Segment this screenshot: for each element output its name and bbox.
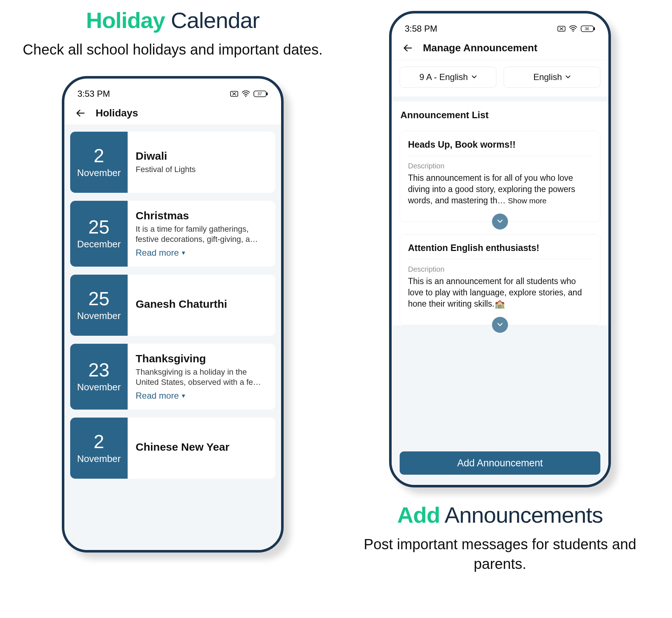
title-accent: Holiday	[86, 8, 165, 33]
svg-rect-3	[267, 92, 268, 95]
chevron-down-icon	[497, 219, 503, 224]
svg-point-6	[572, 31, 573, 32]
holiday-day: 25	[88, 289, 109, 308]
description-label: Description	[408, 265, 592, 274]
status-bar: 3:53 PM 37	[64, 87, 281, 101]
holiday-screen-body: 2NovemberDiwaliFestival of Lights25Decem…	[64, 125, 281, 550]
holiday-title: Christmas	[136, 210, 267, 222]
battery-icon: 36	[581, 25, 595, 32]
announcement-card[interactable]: Heads Up, Book worms!!DescriptionThis an…	[400, 131, 600, 222]
chevron-down-icon: ▾	[182, 392, 185, 400]
arrow-left-icon	[403, 43, 413, 53]
holiday-title: Ganesh Chaturthi	[136, 298, 267, 310]
announcement-list-header: Announcement List	[392, 101, 608, 124]
holiday-card[interactable]: 2NovemberChinese New Year	[70, 418, 275, 479]
announcement-section-subtitle: Post important messages for students and…	[349, 534, 651, 574]
announcement-card[interactable]: Attention English enthusiasts!Descriptio…	[400, 234, 600, 325]
holiday-month: November	[77, 382, 121, 393]
filter-row: 9 A - English English	[392, 60, 608, 96]
holiday-body: ChristmasIt is a time for family gatheri…	[128, 201, 275, 267]
holiday-title: Thanksgiving	[136, 352, 267, 365]
holiday-list[interactable]: 2NovemberDiwaliFestival of Lights25Decem…	[64, 125, 281, 485]
holiday-body: Chinese New Year	[128, 418, 275, 479]
expand-button[interactable]	[492, 317, 508, 333]
battery-icon: 37	[253, 91, 268, 97]
holiday-card[interactable]: 25DecemberChristmasIt is a time for fami…	[70, 201, 275, 267]
holiday-card[interactable]: 2NovemberDiwaliFestival of Lights	[70, 132, 275, 193]
status-icons: 37	[230, 91, 268, 97]
status-bar: 3:58 PM 36	[392, 21, 608, 36]
chevron-down-icon	[472, 75, 477, 79]
read-more-link[interactable]: Read more ▾	[136, 391, 267, 401]
phone-announcements: 3:58 PM 36 Manage Announcement 9 A - Eng…	[389, 11, 611, 487]
svg-text:36: 36	[585, 27, 589, 31]
holiday-month: November	[77, 167, 121, 179]
chevron-down-icon	[497, 323, 503, 327]
holiday-date-tile: 25November	[70, 275, 128, 336]
announcement-description: This is an announcement for all students…	[408, 276, 592, 310]
svg-rect-8	[594, 27, 595, 30]
holiday-date-tile: 25December	[70, 201, 128, 267]
holiday-body: ThanksgivingThanksgiving is a holiday in…	[128, 344, 275, 410]
holiday-section-subtitle: Check all school holidays and important …	[22, 40, 324, 59]
screen-header: Manage Announcement	[392, 36, 608, 60]
holiday-date-tile: 2November	[70, 418, 128, 479]
sim-off-icon	[230, 91, 238, 97]
add-announcement-button[interactable]: Add Announcement	[400, 451, 600, 475]
holiday-date-tile: 2November	[70, 132, 128, 193]
holiday-title: Chinese New Year	[136, 441, 267, 453]
description-label: Description	[408, 162, 592, 170]
language-filter-dropdown[interactable]: English	[504, 67, 600, 88]
announcement-list[interactable]: Heads Up, Book worms!!DescriptionThis an…	[392, 131, 608, 325]
svg-point-1	[245, 96, 246, 97]
wifi-icon	[242, 91, 250, 97]
holiday-title: Diwali	[136, 150, 267, 162]
phone-holidays: 3:53 PM 37 Holidays 2NovemberDiwaliFesti…	[62, 76, 284, 553]
read-more-link[interactable]: Read more ▾	[136, 248, 267, 258]
back-button[interactable]	[402, 42, 414, 54]
holiday-date-tile: 23November	[70, 344, 128, 410]
announcement-section: 3:58 PM 36 Manage Announcement 9 A - Eng…	[349, 11, 651, 574]
announcement-title: Heads Up, Book worms!!	[408, 139, 592, 156]
expand-button[interactable]	[492, 214, 508, 230]
holiday-month: November	[77, 310, 121, 322]
show-more-link[interactable]: Show more	[508, 196, 547, 205]
title-accent: Add	[397, 502, 440, 527]
sim-off-icon	[557, 26, 565, 32]
back-button[interactable]	[75, 107, 87, 119]
holiday-month: November	[77, 453, 121, 465]
status-time: 3:58 PM	[405, 24, 437, 34]
wifi-icon	[569, 25, 577, 32]
holiday-day: 25	[88, 218, 109, 236]
chevron-down-icon: ▾	[182, 249, 185, 257]
holiday-section-title: Holiday Calendar	[22, 7, 324, 33]
status-time: 3:53 PM	[77, 89, 110, 99]
holiday-day: 2	[94, 146, 104, 165]
holiday-month: December	[77, 239, 121, 250]
language-filter-label: English	[533, 72, 562, 82]
screen-title: Manage Announcement	[423, 42, 537, 54]
announcement-screen-body: Announcement List Heads Up, Book worms!!…	[392, 96, 608, 485]
announcement-description: This announcement is for all of you who …	[408, 172, 592, 206]
screen-header: Holidays	[64, 101, 281, 125]
announcement-title: Attention English enthusiasts!	[408, 243, 592, 259]
announcement-section-title: Add Announcements	[349, 502, 651, 528]
holiday-desc: Thanksgiving is a holiday in the United …	[136, 367, 267, 387]
status-icons: 36	[557, 25, 595, 32]
holiday-card[interactable]: 25NovemberGanesh Chaturthi	[70, 275, 275, 336]
holiday-desc: It is a time for family gatherings, fest…	[136, 224, 267, 244]
class-filter-dropdown[interactable]: 9 A - English	[400, 67, 496, 88]
title-rest: Calendar	[165, 8, 260, 33]
title-rest: Announcements	[440, 502, 603, 527]
chevron-down-icon	[565, 75, 571, 79]
class-filter-label: 9 A - English	[419, 72, 468, 82]
announcement-list-title: Announcement List	[400, 109, 600, 121]
holiday-body: DiwaliFestival of Lights	[128, 132, 275, 193]
holiday-body: Ganesh Chaturthi	[128, 275, 275, 336]
holiday-day: 2	[94, 432, 104, 451]
holiday-desc: Festival of Lights	[136, 164, 267, 175]
holiday-day: 23	[88, 360, 109, 379]
arrow-left-icon	[76, 108, 86, 118]
screen-title: Holidays	[96, 107, 138, 119]
holiday-card[interactable]: 23NovemberThanksgivingThanksgiving is a …	[70, 344, 275, 410]
